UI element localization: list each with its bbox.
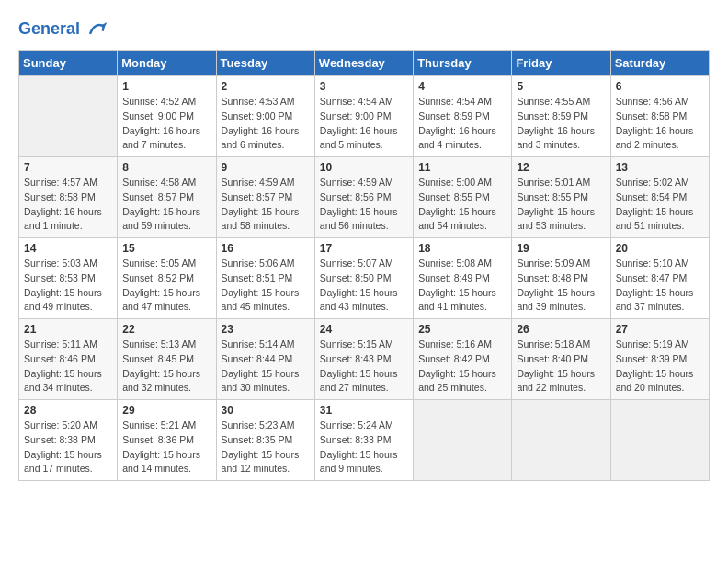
day-info: Sunrise: 4:54 AMSunset: 8:59 PMDaylight:… — [418, 95, 506, 153]
day-info: Sunrise: 4:58 AMSunset: 8:57 PMDaylight:… — [122, 176, 210, 234]
day-number: 16 — [222, 242, 310, 255]
day-number: 21 — [24, 323, 112, 336]
day-number: 2 — [222, 80, 310, 93]
day-number: 7 — [24, 161, 112, 174]
calendar-cell: 4 Sunrise: 4:54 AMSunset: 8:59 PMDayligh… — [414, 76, 512, 157]
day-number: 24 — [320, 323, 408, 336]
day-info: Sunrise: 5:15 AMSunset: 8:43 PMDaylight:… — [320, 338, 408, 396]
calendar-cell: 14 Sunrise: 5:03 AMSunset: 8:53 PMDaylig… — [19, 238, 118, 319]
day-number: 26 — [517, 323, 605, 336]
day-number: 10 — [320, 161, 408, 174]
day-number: 1 — [122, 80, 210, 93]
day-info: Sunrise: 5:01 AMSunset: 8:55 PMDaylight:… — [517, 176, 605, 234]
day-info: Sunrise: 5:08 AMSunset: 8:49 PMDaylight:… — [418, 257, 506, 315]
calendar-cell — [512, 400, 610, 481]
day-number: 8 — [122, 161, 210, 174]
calendar-cell: 13 Sunrise: 5:02 AMSunset: 8:54 PMDaylig… — [610, 157, 709, 238]
calendar-cell: 22 Sunrise: 5:13 AMSunset: 8:45 PMDaylig… — [118, 319, 216, 400]
calendar-cell — [19, 76, 118, 157]
day-info: Sunrise: 5:23 AMSunset: 8:35 PMDaylight:… — [222, 419, 310, 477]
calendar-cell: 21 Sunrise: 5:11 AMSunset: 8:46 PMDaylig… — [19, 319, 118, 400]
day-number: 28 — [24, 404, 112, 417]
day-number: 17 — [320, 242, 408, 255]
calendar-cell: 24 Sunrise: 5:15 AMSunset: 8:43 PMDaylig… — [314, 319, 413, 400]
col-header-friday: Friday — [512, 51, 610, 76]
calendar-cell: 18 Sunrise: 5:08 AMSunset: 8:49 PMDaylig… — [414, 238, 512, 319]
calendar-cell: 1 Sunrise: 4:52 AMSunset: 9:00 PMDayligh… — [118, 76, 216, 157]
calendar-cell: 12 Sunrise: 5:01 AMSunset: 8:55 PMDaylig… — [512, 157, 610, 238]
logo: General — [18, 18, 108, 40]
calendar-cell: 25 Sunrise: 5:16 AMSunset: 8:42 PMDaylig… — [414, 319, 512, 400]
day-info: Sunrise: 4:57 AMSunset: 8:58 PMDaylight:… — [24, 176, 112, 234]
calendar-cell — [610, 400, 709, 481]
week-row-5: 28 Sunrise: 5:20 AMSunset: 8:38 PMDaylig… — [19, 400, 710, 481]
day-info: Sunrise: 5:16 AMSunset: 8:42 PMDaylight:… — [418, 338, 506, 396]
day-info: Sunrise: 5:19 AMSunset: 8:39 PMDaylight:… — [616, 338, 704, 396]
day-number: 18 — [418, 242, 506, 255]
day-info: Sunrise: 4:54 AMSunset: 9:00 PMDaylight:… — [320, 95, 408, 153]
day-info: Sunrise: 5:00 AMSunset: 8:55 PMDaylight:… — [418, 176, 506, 234]
day-info: Sunrise: 5:21 AMSunset: 8:36 PMDaylight:… — [122, 419, 210, 477]
calendar-cell: 2 Sunrise: 4:53 AMSunset: 9:00 PMDayligh… — [216, 76, 314, 157]
day-info: Sunrise: 5:20 AMSunset: 8:38 PMDaylight:… — [24, 419, 112, 477]
day-info: Sunrise: 5:11 AMSunset: 8:46 PMDaylight:… — [24, 338, 112, 396]
day-number: 4 — [418, 80, 506, 93]
day-info: Sunrise: 5:18 AMSunset: 8:40 PMDaylight:… — [517, 338, 605, 396]
day-number: 15 — [122, 242, 210, 255]
day-info: Sunrise: 5:09 AMSunset: 8:48 PMDaylight:… — [517, 257, 605, 315]
day-number: 22 — [122, 323, 210, 336]
calendar-cell: 6 Sunrise: 4:56 AMSunset: 8:58 PMDayligh… — [610, 76, 709, 157]
day-info: Sunrise: 5:03 AMSunset: 8:53 PMDaylight:… — [24, 257, 112, 315]
col-header-wednesday: Wednesday — [314, 51, 413, 76]
week-row-4: 21 Sunrise: 5:11 AMSunset: 8:46 PMDaylig… — [19, 319, 710, 400]
calendar-cell: 26 Sunrise: 5:18 AMSunset: 8:40 PMDaylig… — [512, 319, 610, 400]
logo-text: General — [18, 18, 108, 40]
day-info: Sunrise: 5:05 AMSunset: 8:52 PMDaylight:… — [122, 257, 210, 315]
day-info: Sunrise: 4:53 AMSunset: 9:00 PMDaylight:… — [222, 95, 310, 153]
day-number: 6 — [616, 80, 704, 93]
calendar-cell: 30 Sunrise: 5:23 AMSunset: 8:35 PMDaylig… — [216, 400, 314, 481]
day-number: 27 — [616, 323, 704, 336]
day-number: 9 — [222, 161, 310, 174]
week-row-2: 7 Sunrise: 4:57 AMSunset: 8:58 PMDayligh… — [19, 157, 710, 238]
calendar-table: SundayMondayTuesdayWednesdayThursdayFrid… — [18, 50, 710, 481]
col-header-saturday: Saturday — [610, 51, 709, 76]
day-info: Sunrise: 5:13 AMSunset: 8:45 PMDaylight:… — [122, 338, 210, 396]
calendar-cell: 7 Sunrise: 4:57 AMSunset: 8:58 PMDayligh… — [19, 157, 118, 238]
calendar-cell: 27 Sunrise: 5:19 AMSunset: 8:39 PMDaylig… — [610, 319, 709, 400]
day-number: 19 — [517, 242, 605, 255]
calendar-cell: 3 Sunrise: 4:54 AMSunset: 9:00 PMDayligh… — [314, 76, 413, 157]
day-info: Sunrise: 4:52 AMSunset: 9:00 PMDaylight:… — [122, 95, 210, 153]
day-number: 14 — [24, 242, 112, 255]
calendar-cell: 28 Sunrise: 5:20 AMSunset: 8:38 PMDaylig… — [19, 400, 118, 481]
day-info: Sunrise: 5:10 AMSunset: 8:47 PMDaylight:… — [616, 257, 704, 315]
calendar-cell — [414, 400, 512, 481]
col-header-monday: Monday — [118, 51, 216, 76]
calendar-cell: 15 Sunrise: 5:05 AMSunset: 8:52 PMDaylig… — [118, 238, 216, 319]
calendar-cell: 16 Sunrise: 5:06 AMSunset: 8:51 PMDaylig… — [216, 238, 314, 319]
day-number: 11 — [418, 161, 506, 174]
day-number: 25 — [418, 323, 506, 336]
day-number: 20 — [616, 242, 704, 255]
calendar-cell: 17 Sunrise: 5:07 AMSunset: 8:50 PMDaylig… — [314, 238, 413, 319]
day-info: Sunrise: 4:55 AMSunset: 8:59 PMDaylight:… — [517, 95, 605, 153]
day-info: Sunrise: 4:59 AMSunset: 8:57 PMDaylight:… — [222, 176, 310, 234]
calendar-cell: 31 Sunrise: 5:24 AMSunset: 8:33 PMDaylig… — [314, 400, 413, 481]
day-number: 31 — [320, 404, 408, 417]
day-number: 23 — [222, 323, 310, 336]
day-number: 5 — [517, 80, 605, 93]
day-number: 29 — [122, 404, 210, 417]
week-row-3: 14 Sunrise: 5:03 AMSunset: 8:53 PMDaylig… — [19, 238, 710, 319]
day-info: Sunrise: 5:02 AMSunset: 8:54 PMDaylight:… — [616, 176, 704, 234]
page-header: General — [18, 18, 710, 40]
day-info: Sunrise: 5:07 AMSunset: 8:50 PMDaylight:… — [320, 257, 408, 315]
col-header-sunday: Sunday — [19, 51, 118, 76]
calendar-cell: 11 Sunrise: 5:00 AMSunset: 8:55 PMDaylig… — [414, 157, 512, 238]
calendar-cell: 20 Sunrise: 5:10 AMSunset: 8:47 PMDaylig… — [610, 238, 709, 319]
calendar-cell: 29 Sunrise: 5:21 AMSunset: 8:36 PMDaylig… — [118, 400, 216, 481]
col-header-thursday: Thursday — [414, 51, 512, 76]
calendar-cell: 8 Sunrise: 4:58 AMSunset: 8:57 PMDayligh… — [118, 157, 216, 238]
day-number: 3 — [320, 80, 408, 93]
calendar-cell: 23 Sunrise: 5:14 AMSunset: 8:44 PMDaylig… — [216, 319, 314, 400]
day-number: 12 — [517, 161, 605, 174]
